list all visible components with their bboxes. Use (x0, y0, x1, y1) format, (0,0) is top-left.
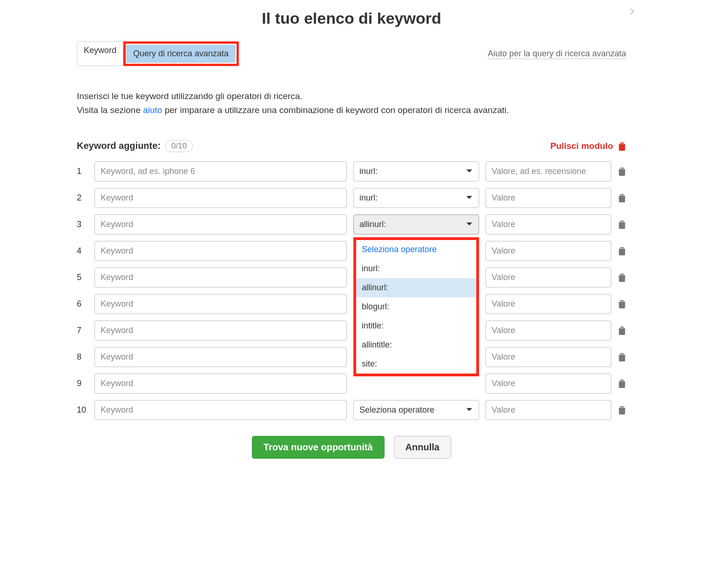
find-opportunities-button[interactable]: Trova nuove opportunità (252, 436, 384, 459)
trash-icon[interactable] (618, 299, 626, 308)
operator-select[interactable]: Seleziona operatore (353, 400, 479, 420)
operator-select-value: allinurl: (359, 220, 386, 229)
row-number: 8 (77, 352, 88, 362)
operator-select-value: inurl: (359, 193, 378, 203)
keyword-input[interactable] (95, 241, 347, 261)
dropdown-option[interactable]: inurl: (356, 259, 476, 278)
trash-icon[interactable] (618, 167, 626, 176)
value-input[interactable] (486, 400, 611, 420)
keyword-row: 10Seleziona operatore (77, 400, 626, 420)
row-number: 1 (77, 167, 88, 176)
row-number: 9 (77, 379, 88, 388)
trash-icon[interactable] (618, 352, 626, 361)
row-number: 10 (77, 405, 88, 415)
operator-select-wrap: allinurl:Seleziona operatoreinurl:allinu… (353, 214, 479, 234)
trash-icon[interactable] (618, 220, 626, 229)
value-input[interactable] (486, 188, 611, 208)
chevron-down-icon (466, 169, 473, 174)
dropdown-option[interactable]: allinurl: (356, 278, 476, 297)
operator-dropdown: Seleziona operatoreinurl:allinurl:blogur… (353, 237, 479, 376)
row-number: 7 (77, 326, 88, 335)
keyword-row: 5 (77, 267, 626, 287)
value-input[interactable] (486, 321, 611, 341)
row-number: 4 (77, 246, 88, 256)
keyword-row: 6 (77, 294, 626, 314)
keyword-input[interactable] (95, 161, 347, 181)
value-input[interactable] (486, 374, 611, 394)
keyword-row: 8 (77, 347, 626, 367)
keyword-row: 2inurl: (77, 188, 626, 208)
value-input[interactable] (486, 267, 611, 287)
value-input[interactable] (486, 347, 611, 367)
description: Inserisci le tue keyword utilizzando gli… (77, 89, 626, 118)
keywords-added-label: Keyword aggiunte: (77, 140, 161, 151)
help-link[interactable]: Aiuto per la query di ricerca avanzata (488, 49, 626, 59)
row-number: 6 (77, 299, 88, 309)
tab-advanced-query[interactable]: Query di ricerca avanzata (126, 45, 236, 63)
keyword-input[interactable] (95, 374, 347, 394)
description-line1: Inserisci le tue keyword utilizzando gli… (77, 91, 303, 101)
tab-keyword[interactable]: Keyword (77, 41, 123, 66)
keyword-row: 7 (77, 321, 626, 341)
operator-select-wrap: Seleziona operatore (353, 400, 479, 420)
value-input[interactable] (486, 161, 611, 181)
clear-form-button[interactable]: Pulisci modulo (550, 141, 626, 151)
trash-icon[interactable] (618, 193, 626, 202)
chevron-down-icon (466, 408, 473, 412)
operator-select[interactable]: allinurl: (353, 214, 479, 234)
trash-icon[interactable] (618, 273, 626, 282)
page-title: Il tuo elenco di keyword (77, 9, 626, 27)
operator-select-wrap: inurl: (353, 161, 479, 181)
trash-icon[interactable] (618, 405, 626, 414)
keyword-row: 1inurl: (77, 161, 626, 181)
operator-select-wrap: inurl: (353, 188, 479, 208)
clear-form-label: Pulisci modulo (550, 141, 613, 151)
help-inline-link[interactable]: aiuto (143, 105, 162, 115)
description-line2a: Visita la sezione (77, 105, 143, 115)
chevron-down-icon (466, 222, 473, 227)
trash-icon[interactable] (618, 246, 626, 255)
keyword-input[interactable] (95, 294, 347, 314)
dropdown-placeholder[interactable]: Seleziona operatore (356, 240, 476, 259)
value-input[interactable] (486, 214, 611, 234)
row-number: 3 (77, 220, 88, 229)
keyword-input[interactable] (95, 347, 347, 367)
keyword-input[interactable] (95, 321, 347, 341)
keyword-input[interactable] (95, 267, 347, 287)
value-input[interactable] (486, 294, 611, 314)
description-line2b: per imparare a utilizzare una combinazio… (162, 105, 509, 115)
trash-icon[interactable] (618, 379, 626, 388)
dropdown-option[interactable]: intitle: (356, 316, 476, 335)
value-input[interactable] (486, 241, 611, 261)
operator-select-value: inurl: (359, 167, 378, 176)
operator-select[interactable]: inurl: (353, 161, 479, 181)
dropdown-option[interactable]: blogurl: (356, 297, 476, 316)
keywords-count-badge: 0/10 (165, 140, 193, 152)
tabs: Keyword Query di ricerca avanzata (77, 41, 239, 66)
row-number: 2 (77, 193, 88, 203)
keyword-input[interactable] (95, 214, 347, 234)
close-icon[interactable]: › (629, 2, 635, 18)
operator-select-value: Seleziona operatore (359, 405, 434, 415)
keyword-row: 3allinurl:Seleziona operatoreinurl:allin… (77, 214, 626, 234)
dropdown-option[interactable]: allintitle: (356, 335, 476, 354)
keyword-input[interactable] (95, 188, 347, 208)
keyword-row: 9 (77, 374, 626, 394)
keyword-row: 4 (77, 241, 626, 261)
annotation-highlight-tab: Query di ricerca avanzata (123, 41, 239, 66)
cancel-button[interactable]: Annulla (394, 436, 451, 459)
dropdown-option[interactable]: site: (356, 354, 476, 374)
row-number: 5 (77, 273, 88, 282)
trash-icon[interactable] (618, 326, 626, 335)
operator-select[interactable]: inurl: (353, 188, 479, 208)
chevron-down-icon (466, 195, 473, 200)
keyword-input[interactable] (95, 400, 347, 420)
trash-icon (618, 141, 626, 151)
